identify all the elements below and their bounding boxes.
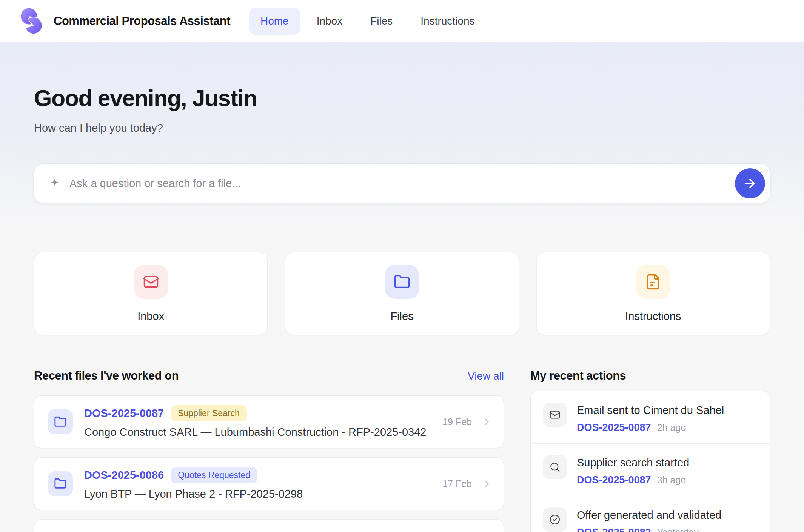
folder-icon [48, 471, 73, 496]
recent-files-column: Recent files I've worked on View all DOS… [34, 369, 504, 532]
recent-files-title: Recent files I've worked on [34, 369, 179, 383]
mail-icon [543, 403, 567, 427]
check-circle-icon [543, 507, 567, 532]
quick-card-inbox[interactable]: Inbox [34, 252, 268, 335]
app-title: Commercial Proposals Assistant [54, 14, 230, 28]
action-item: Email sent to Ciment du Sahel DOS-2025-0… [531, 391, 770, 443]
file-subtitle: Congo Construct SARL — Lubumbashi Constr… [84, 426, 431, 438]
action-time: 2h ago [657, 422, 686, 433]
greeting-heading: Good evening, Justin [34, 85, 770, 111]
action-title: Email sent to Ciment du Sahel [577, 401, 724, 417]
sparkle-icon [49, 178, 60, 189]
action-time: 3h ago [657, 475, 686, 486]
swirl-logo-icon [18, 8, 45, 35]
action-item: Offer generated and validated DOS-2025-0… [531, 496, 770, 532]
assistant-search-bar [34, 164, 770, 203]
file-status-badge: Supplier Search [171, 405, 247, 421]
search-input[interactable] [60, 164, 735, 203]
chevron-right-icon [482, 478, 492, 489]
hero-section: Good evening, Justin How can I help you … [0, 43, 804, 231]
file-row[interactable]: DOS-2025-0086 Quotes Requested Lyon BTP … [34, 457, 504, 510]
recent-actions-title: My recent actions [530, 369, 626, 383]
quick-card-instructions[interactable]: Instructions [536, 252, 770, 335]
file-id-link[interactable]: DOS-2025-0086 [84, 469, 164, 481]
file-id-link[interactable]: DOS-2025-0087 [84, 407, 164, 420]
file-row[interactable]: DOS-2025-0087 Supplier Search Congo Cons… [34, 395, 504, 448]
file-date: 19 Feb [442, 417, 472, 427]
quick-card-label: Files [390, 310, 413, 323]
action-item: Supplier search started DOS-2025-0087 3h… [531, 443, 770, 496]
quick-links: Inbox Files Instructions [34, 252, 770, 335]
nav-item-files[interactable]: Files [359, 8, 404, 35]
top-nav-bar: Commercial Proposals Assistant HomeInbox… [0, 0, 804, 43]
main-nav: HomeInboxFilesInstructions [249, 8, 486, 35]
hero-subtitle: How can I help you today? [34, 122, 770, 134]
nav-item-home[interactable]: Home [249, 8, 300, 35]
quick-card-files[interactable]: Files [285, 252, 519, 335]
action-title: Supplier search started [577, 454, 689, 469]
quick-card-label: Instructions [625, 310, 681, 323]
file-date: 17 Feb [442, 478, 472, 489]
nav-item-instructions[interactable]: Instructions [409, 8, 486, 35]
mail-icon [134, 265, 168, 299]
recent-actions-column: My recent actions Email sent to Ciment d… [530, 369, 770, 532]
action-time: Yesterday [657, 527, 699, 532]
search-icon [543, 455, 567, 479]
nav-item-inbox[interactable]: Inbox [305, 8, 354, 35]
bottom-section: Recent files I've worked on View all DOS… [34, 369, 770, 532]
action-doc-link[interactable]: DOS-2025-0087 [577, 422, 651, 434]
chevron-right-icon [482, 417, 492, 427]
file-row[interactable]: DOS-2025-0085 Quotes Requested [34, 519, 504, 532]
action-doc-link[interactable]: DOS-2025-0087 [577, 474, 651, 486]
quick-card-label: Inbox [137, 310, 164, 323]
file-status-badge: Quotes Requested [171, 467, 257, 483]
action-doc-link[interactable]: DOS-2025-0082 [577, 527, 651, 532]
recent-actions-card: Email sent to Ciment du Sahel DOS-2025-0… [530, 391, 770, 532]
action-title: Offer generated and validated [577, 506, 721, 521]
folder-icon [385, 265, 419, 299]
submit-button[interactable] [735, 168, 765, 198]
view-all-link[interactable]: View all [468, 370, 504, 382]
folder-icon [48, 409, 73, 434]
recent-files-list: DOS-2025-0087 Supplier Search Congo Cons… [34, 395, 504, 532]
document-icon [636, 265, 670, 299]
file-subtitle: Lyon BTP — Lyon Phase 2 - RFP-2025-0298 [84, 488, 431, 500]
arrow-right-icon [743, 177, 757, 190]
